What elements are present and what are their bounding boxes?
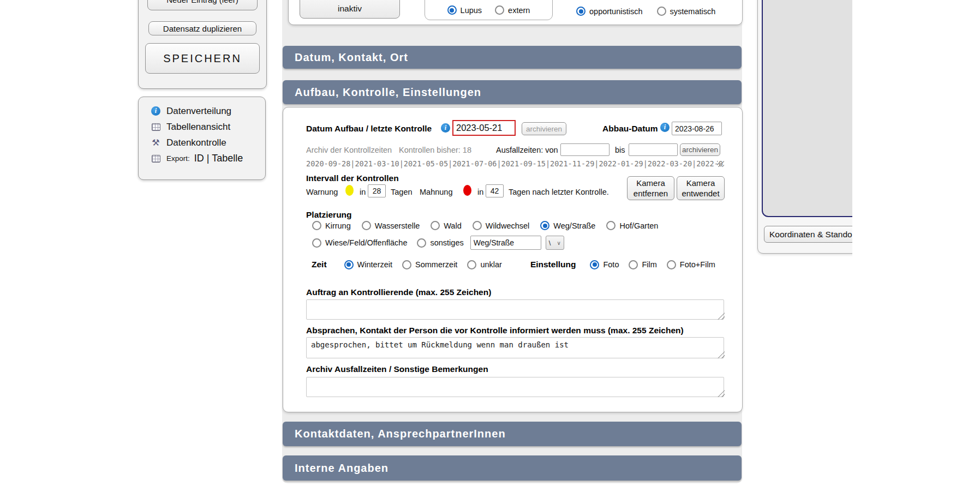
export-links[interactable]: ID | Tabelle	[194, 153, 243, 164]
teardown-date-input[interactable]	[672, 122, 722, 135]
resize-grip-icon[interactable]	[717, 161, 724, 167]
source-radio-group: Lupus extern	[425, 0, 553, 20]
radio-unklar[interactable]	[467, 260, 476, 269]
map-panel: Koordinaten & Standort	[757, 0, 852, 254]
radio-option-opportunistisch[interactable]: opportunistisch	[576, 7, 643, 16]
info-icon[interactable]: i	[660, 123, 670, 132]
downtime-bis-label: bis	[615, 146, 625, 154]
info-icon: i	[151, 106, 161, 116]
placement-title: Platzierung	[306, 210, 352, 220]
mode-radio-group: opportunistisch systematisch	[576, 7, 715, 16]
warning-yellow-dot	[345, 185, 354, 196]
downtime-from-input[interactable]	[560, 143, 609, 156]
action-panel: Neuer Eintrag (leer) Datensatz duplizier…	[138, 0, 267, 89]
radio-option-kirrung[interactable]: Kirrung	[312, 221, 351, 230]
menu-item-tabellenansicht[interactable]: Tabellenansicht	[151, 119, 265, 135]
radio-option-wildwechsel[interactable]: Wildwechsel	[473, 221, 530, 230]
radio-option-unklar[interactable]: unklar	[467, 260, 502, 269]
archive-downtime-button[interactable]: archivieren	[680, 143, 720, 156]
radio-option-foto[interactable]: Foto	[590, 260, 619, 269]
auftrag-label: Auftrag an Kontrollierende (max. 255 Zei…	[306, 287, 491, 297]
radio-wiese[interactable]	[312, 238, 321, 248]
radio-foto-film[interactable]	[667, 260, 676, 269]
radio-winterzeit[interactable]	[344, 260, 354, 269]
radio-option-hof-garten[interactable]: Hof/Garten	[606, 221, 658, 230]
radio-option-film[interactable]: Film	[629, 260, 656, 269]
radio-foto[interactable]	[590, 260, 599, 269]
tagen-after-label: Tagen nach letzter Kontrolle.	[509, 188, 609, 196]
map-placeholder	[762, 0, 852, 217]
radio-option-systematisch[interactable]: systematisch	[657, 7, 716, 16]
placement-radio-row2: Wiese/Feld/Offenfläche sonstiges \ ∨	[312, 236, 564, 250]
reminder-label: Mahnung	[420, 188, 452, 196]
zeit-label: Zeit	[312, 260, 327, 269]
section-header-interne-angaben[interactable]: Interne Angaben	[283, 455, 742, 481]
radio-option-wasserstelle[interactable]: Wasserstelle	[362, 221, 420, 230]
camera-remove-button[interactable]: Kamera entfernen	[627, 176, 674, 200]
archive-date-button[interactable]: archivieren	[522, 122, 566, 135]
reminder-days-input[interactable]	[486, 184, 504, 197]
radio-wald[interactable]	[431, 221, 440, 230]
section-header-kontaktdaten[interactable]: Kontaktdaten, AnsprechpartnerInnen	[283, 422, 742, 446]
radio-option-weg-strasse[interactable]: Weg/Straße	[540, 221, 595, 230]
setup-date-input[interactable]	[452, 120, 516, 136]
tools-icon: ⚒	[151, 139, 161, 147]
control-count-label: Kontrollen bisher: 18	[399, 146, 471, 154]
interval-title: Intervall der Kontrollen	[306, 173, 399, 183]
radio-kirrung[interactable]	[312, 221, 321, 230]
coordinates-location-button[interactable]: Koordinaten & Standort	[764, 226, 852, 243]
radio-option-sonstiges[interactable]: sonstiges	[417, 238, 463, 248]
radio-weg-strasse[interactable]	[540, 221, 549, 230]
zeit-einstellung-row: Zeit Winterzeit Sommerzeit unklar Einste…	[312, 260, 715, 269]
bemerkungen-label: Archiv Ausfallzeiten / Sonstige Bemerkun…	[306, 364, 488, 374]
radio-option-winterzeit[interactable]: Winterzeit	[344, 260, 392, 269]
radio-option-foto-film[interactable]: Foto+Film	[667, 260, 715, 269]
camera-stolen-button[interactable]: Kamera entwendet	[677, 176, 725, 200]
menu-item-datenkontrolle[interactable]: ⚒ Datenkontrolle	[151, 135, 265, 151]
new-entry-button[interactable]: Neuer Eintrag (leer)	[147, 0, 258, 10]
radio-wasserstelle[interactable]	[362, 221, 371, 230]
setup-date-label: Datum Aufbau / letzte Kontrolle	[306, 124, 432, 134]
inactive-button[interactable]: inaktiv	[300, 0, 400, 19]
menu-item-datenverteilung[interactable]: i Datenverteilung	[151, 103, 265, 119]
radio-option-sommerzeit[interactable]: Sommerzeit	[402, 260, 457, 269]
in-label: in	[360, 188, 366, 196]
radio-option-wiese[interactable]: Wiese/Feld/Offenfläche	[312, 238, 407, 248]
radio-wildwechsel[interactable]	[473, 221, 482, 230]
reminder-red-dot	[463, 185, 471, 196]
radio-opportunistisch[interactable]	[576, 7, 585, 16]
radio-sommerzeit[interactable]	[402, 260, 411, 269]
radio-systematisch[interactable]	[657, 7, 666, 16]
radio-sonstiges[interactable]	[417, 238, 426, 248]
section-header-datum[interactable]: Datum, Kontakt, Ort	[283, 46, 742, 69]
menu-item-export[interactable]: Export: ID | Tabelle	[151, 151, 265, 166]
menu-panel: i Datenverteilung Tabellenansicht ⚒ Date…	[138, 97, 266, 180]
radio-lupus[interactable]	[447, 5, 457, 15]
downtime-to-input[interactable]	[629, 143, 678, 156]
warning-label: Warnung	[306, 188, 338, 196]
chevron-down-icon: ∨	[557, 240, 560, 246]
bemerkungen-textarea[interactable]	[306, 377, 724, 397]
placement-radio-row1: Kirrung Wasserstelle Wald Wildwechsel We…	[312, 221, 658, 230]
radio-extern[interactable]	[495, 5, 504, 15]
info-icon[interactable]: i	[441, 123, 450, 133]
placement-custom-input[interactable]	[470, 236, 541, 250]
app-window: Neuer Eintrag (leer) Datensatz duplizier…	[0, 0, 852, 492]
save-button[interactable]: SPEICHERN	[145, 43, 260, 74]
radio-option-extern[interactable]: extern	[495, 5, 530, 15]
control-archive-label[interactable]: Archiv der Kontrollzeiten	[306, 146, 392, 154]
auftrag-textarea[interactable]	[306, 299, 724, 320]
duplicate-record-button[interactable]: Datensatz duplizieren	[148, 21, 256, 35]
control-dates-list: 2020-09-28|2021-03-10|2021-05-05|2021-07…	[306, 159, 723, 168]
radio-hof-garten[interactable]	[606, 221, 616, 230]
in-label: in	[477, 188, 483, 196]
placement-select[interactable]: \ ∨	[546, 236, 564, 250]
radio-film[interactable]	[629, 260, 638, 269]
radio-option-lupus[interactable]: Lupus	[447, 5, 482, 15]
absprachen-label: Absprachen, Kontakt der Person die vor K…	[306, 326, 684, 335]
radio-option-wald[interactable]: Wald	[431, 221, 462, 230]
absprachen-textarea[interactable]: abgesprochen, bittet um Rückmeldung wenn…	[306, 337, 724, 358]
warning-days-input[interactable]	[368, 184, 386, 197]
section-header-aufbau[interactable]: Aufbau, Kontrolle, Einstellungen	[283, 80, 742, 104]
teardown-date-label: Abbau-Datum	[602, 124, 658, 134]
